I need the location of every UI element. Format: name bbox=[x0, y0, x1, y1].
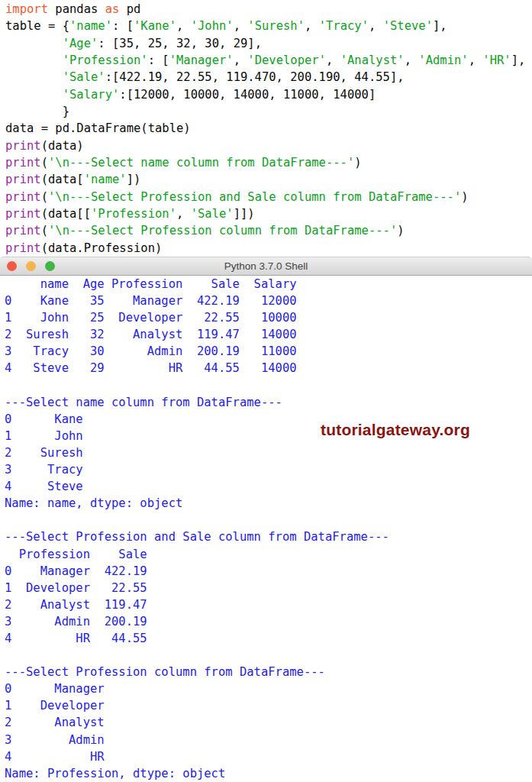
window-title: Python 3.7.0 Shell bbox=[0, 257, 532, 275]
shell-line: 1 John 25 Developer 22.55 10000 bbox=[5, 309, 532, 326]
code-line: print(data) bbox=[5, 137, 532, 154]
shell-window-titlebar[interactable]: Python 3.7.0 Shell bbox=[0, 257, 532, 276]
code-line: import pandas as pd bbox=[5, 1, 532, 18]
minimize-icon[interactable] bbox=[26, 261, 36, 271]
shell-line: 2 Suresh bbox=[5, 444, 532, 461]
close-icon[interactable] bbox=[7, 261, 17, 271]
shell-line: 0 Kane 35 Manager 422.19 12000 bbox=[5, 292, 532, 309]
zoom-icon[interactable] bbox=[45, 261, 55, 271]
code-line: print(data[['Profession', 'Sale']]) bbox=[5, 205, 532, 222]
code-line: } bbox=[5, 103, 532, 120]
shell-line: 2 Analyst 119.47 bbox=[5, 596, 532, 613]
shell-line: 3 Tracy bbox=[5, 461, 532, 478]
shell-line: 3 Admin bbox=[5, 732, 532, 748]
shell-line bbox=[5, 647, 532, 664]
shell-line: Name: Profession, dtype: object bbox=[5, 765, 532, 782]
shell-line: Profession Sale bbox=[5, 546, 532, 563]
shell-line: name Age Profession Sale Salary bbox=[5, 276, 532, 292]
shell-output[interactable]: name Age Profession Sale Salary0 Kane 35… bbox=[0, 276, 532, 782]
shell-line: ---Select name column from DataFrame--- bbox=[5, 394, 532, 411]
shell-line bbox=[5, 512, 532, 528]
shell-line: 2 Suresh 32 Analyst 119.47 14000 bbox=[5, 326, 532, 343]
code-line: 'Sale':[422.19, 22.55, 119.470, 200.190,… bbox=[5, 69, 532, 86]
code-line: 'Age': [35, 25, 32, 30, 29], bbox=[5, 35, 532, 52]
screenshot-root: import pandas as pdtable = {'name': ['Ka… bbox=[0, 0, 532, 782]
shell-line: 2 Analyst bbox=[5, 714, 532, 731]
code-editor[interactable]: import pandas as pdtable = {'name': ['Ka… bbox=[0, 0, 532, 257]
code-line: 'Profession': ['Manager', 'Developer', '… bbox=[5, 52, 532, 69]
watermark: tutorialgateway.org bbox=[321, 421, 470, 439]
shell-line: 3 Admin 200.19 bbox=[5, 613, 532, 630]
shell-line: Name: name, dtype: object bbox=[5, 495, 532, 512]
code-line: table = {'name': ['Kane', 'John', 'Sures… bbox=[5, 18, 532, 34]
code-line: print(data.Profession) bbox=[5, 240, 532, 257]
shell-line: 4 Steve bbox=[5, 478, 532, 495]
shell-line: 1 Developer 22.55 bbox=[5, 580, 532, 596]
code-line: print('\n---Select Profession and Sale c… bbox=[5, 189, 532, 205]
shell-line: 1 Developer bbox=[5, 697, 532, 714]
shell-line: 0 Manager bbox=[5, 680, 532, 697]
shell-line: 4 Steve 29 HR 44.55 14000 bbox=[5, 360, 532, 376]
code-line: print('\n---Select name column from Data… bbox=[5, 154, 532, 171]
code-line: data = pd.DataFrame(table) bbox=[5, 120, 532, 137]
shell-line: 3 Tracy 30 Admin 200.19 11000 bbox=[5, 343, 532, 360]
shell-line: 4 HR bbox=[5, 748, 532, 765]
traffic-lights bbox=[7, 257, 55, 275]
shell-line: ---Select Profession and Sale column fro… bbox=[5, 528, 532, 545]
shell-line: 0 Manager 422.19 bbox=[5, 563, 532, 580]
code-line: 'Salary':[12000, 10000, 14000, 11000, 14… bbox=[5, 86, 532, 103]
shell-line: ---Select Profession column from DataFra… bbox=[5, 664, 532, 680]
code-line: print('\n---Select Profession column fro… bbox=[5, 222, 532, 239]
shell-line: 4 HR 44.55 bbox=[5, 630, 532, 647]
shell-line bbox=[5, 377, 532, 394]
code-line: print(data['name']) bbox=[5, 171, 532, 188]
